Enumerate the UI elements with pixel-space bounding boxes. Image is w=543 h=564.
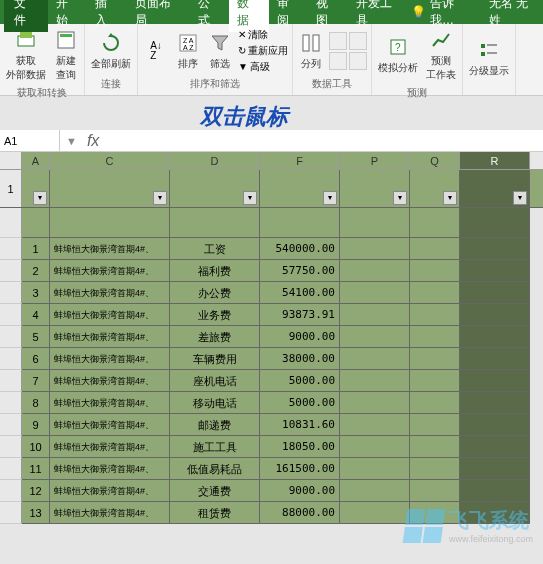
data-validation-icon[interactable]	[329, 52, 347, 70]
cell-amount[interactable]: 18050.00	[260, 436, 340, 458]
sort-az-button[interactable]: A↓Z	[142, 37, 170, 65]
cell-R[interactable]	[460, 304, 530, 326]
cell-P[interactable]	[340, 348, 410, 370]
cell-Q[interactable]	[410, 238, 460, 260]
row-header[interactable]	[0, 370, 22, 392]
cell-P[interactable]	[340, 480, 410, 502]
outline-button[interactable]: 分级显示	[467, 36, 511, 80]
reapply-filter-button[interactable]: ↻重新应用	[238, 44, 288, 58]
row-header[interactable]	[0, 436, 22, 458]
cell-desc[interactable]: 蚌埠恒大御景湾首期4#、7#、8#楼室内精装修工	[50, 502, 170, 524]
cell-num[interactable]: 8	[22, 392, 50, 414]
cell-Q[interactable]	[410, 304, 460, 326]
forecast-sheet-button[interactable]: 预测 工作表	[424, 26, 458, 84]
cell-num[interactable]: 1	[22, 238, 50, 260]
new-query-button[interactable]: 新建 查询	[52, 26, 80, 84]
row-header[interactable]	[0, 480, 22, 502]
filter-dropdown-A[interactable]: ▾	[33, 191, 47, 205]
cell-desc[interactable]: 蚌埠恒大御景湾首期4#、7#、8#楼室内精装修工	[50, 282, 170, 304]
cell-R[interactable]	[460, 348, 530, 370]
cell-R[interactable]	[460, 480, 530, 502]
row-header[interactable]	[0, 326, 22, 348]
cell-amount[interactable]: 9000.00	[260, 326, 340, 348]
cell-desc[interactable]: 蚌埠恒大御景湾首期4#、7#、8#楼室内精装修工	[50, 326, 170, 348]
select-all-corner[interactable]	[0, 152, 22, 169]
cell-item[interactable]: 租赁费	[170, 502, 260, 524]
col-header-C[interactable]: C	[50, 152, 170, 169]
row-header[interactable]	[0, 392, 22, 414]
flash-fill-icon[interactable]	[329, 32, 347, 50]
cell-item[interactable]: 移动电话	[170, 392, 260, 414]
cell-Q[interactable]	[410, 326, 460, 348]
cell-item[interactable]: 办公费	[170, 282, 260, 304]
cell-amount[interactable]: 38000.00	[260, 348, 340, 370]
cell-Q[interactable]	[410, 480, 460, 502]
cell-R[interactable]	[460, 260, 530, 282]
cell-item[interactable]: 邮递费	[170, 414, 260, 436]
cell-Q[interactable]	[410, 414, 460, 436]
whatif-button[interactable]: ? 模拟分析	[376, 33, 420, 77]
cell-amount[interactable]: 88000.00	[260, 502, 340, 524]
cell-num[interactable]: 2	[22, 260, 50, 282]
cell-R[interactable]	[460, 436, 530, 458]
row-header[interactable]	[0, 502, 22, 524]
cell-amount[interactable]: 161500.00	[260, 458, 340, 480]
filter-dropdown-F[interactable]: ▾	[323, 191, 337, 205]
cell-desc[interactable]: 蚌埠恒大御景湾首期4#、7#、8#楼室内精装修工	[50, 458, 170, 480]
cell-desc[interactable]: 蚌埠恒大御景湾首期4#、7#、8#楼室内精装修工	[50, 414, 170, 436]
get-external-data-button[interactable]: 获取 外部数据	[4, 26, 48, 84]
cell-R[interactable]	[460, 370, 530, 392]
row-header-blank[interactable]	[0, 208, 22, 238]
col-header-R[interactable]: R	[460, 152, 530, 169]
cell-num[interactable]: 6	[22, 348, 50, 370]
cell-P[interactable]	[340, 392, 410, 414]
row-header[interactable]	[0, 458, 22, 480]
cell-num[interactable]: 5	[22, 326, 50, 348]
cell-amount[interactable]: 93873.91	[260, 304, 340, 326]
cell-R[interactable]	[460, 392, 530, 414]
cell-P[interactable]	[340, 502, 410, 524]
cell-desc[interactable]: 蚌埠恒大御景湾首期4#、7#、8#楼室内精装修工	[50, 480, 170, 502]
sort-button[interactable]: Z AA Z 排序	[174, 29, 202, 73]
cell-item[interactable]: 福利费	[170, 260, 260, 282]
cell-amount[interactable]: 57750.00	[260, 260, 340, 282]
clear-filter-button[interactable]: ✕清除	[238, 28, 288, 42]
col-header-A[interactable]: A	[22, 152, 50, 169]
col-header-P[interactable]: P	[340, 152, 410, 169]
cell-Q[interactable]	[410, 260, 460, 282]
cell-amount[interactable]: 5000.00	[260, 392, 340, 414]
cell-item[interactable]: 车辆费用	[170, 348, 260, 370]
cell-num[interactable]: 12	[22, 480, 50, 502]
cell-amount[interactable]: 10831.60	[260, 414, 340, 436]
cell-num[interactable]: 3	[22, 282, 50, 304]
col-header-F[interactable]: F	[260, 152, 340, 169]
col-header-D[interactable]: D	[170, 152, 260, 169]
cell-item[interactable]: 施工工具	[170, 436, 260, 458]
cell-desc[interactable]: 蚌埠恒大御景湾首期4#、7#、8#楼室内精装修工	[50, 348, 170, 370]
cell-desc[interactable]: 蚌埠恒大御景湾首期4#、7#、8#楼室内精装修工	[50, 370, 170, 392]
fx-icon[interactable]: fx	[87, 132, 99, 150]
cell-P[interactable]	[340, 238, 410, 260]
row-header[interactable]	[0, 238, 22, 260]
filter-dropdown-Q[interactable]: ▾	[443, 191, 457, 205]
row-header[interactable]	[0, 414, 22, 436]
cell-P[interactable]	[340, 326, 410, 348]
cell-Q[interactable]	[410, 436, 460, 458]
cell-desc[interactable]: 蚌埠恒大御景湾首期4#、7#、8#楼室内精装修工	[50, 392, 170, 414]
refresh-all-button[interactable]: 全部刷新	[89, 29, 133, 73]
cell-num[interactable]: 7	[22, 370, 50, 392]
row-header[interactable]	[0, 348, 22, 370]
cell-item[interactable]: 差旅费	[170, 326, 260, 348]
cell-R[interactable]	[460, 282, 530, 304]
cell-desc[interactable]: 蚌埠恒大御景湾首期4#、7#、8#楼室内精装修工	[50, 238, 170, 260]
cell-P[interactable]	[340, 370, 410, 392]
cell-Q[interactable]	[410, 282, 460, 304]
filter-button[interactable]: 筛选	[206, 29, 234, 73]
cell-Q[interactable]	[410, 392, 460, 414]
advanced-filter-button[interactable]: ▼高级	[238, 60, 288, 74]
row-header[interactable]	[0, 260, 22, 282]
cell-item[interactable]: 座机电话	[170, 370, 260, 392]
cell-num[interactable]: 10	[22, 436, 50, 458]
cell-Q[interactable]	[410, 370, 460, 392]
cell-item[interactable]: 低值易耗品	[170, 458, 260, 480]
